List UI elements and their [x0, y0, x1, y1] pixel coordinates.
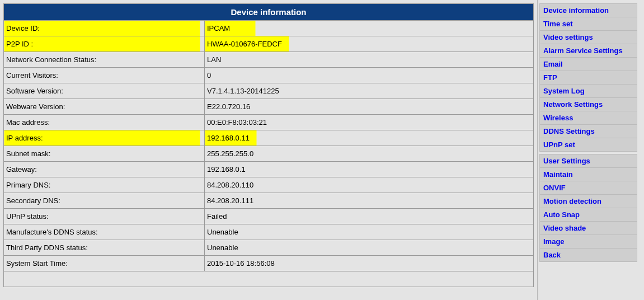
device-info-table: Device information Device ID:IPCAMP2P ID…	[3, 3, 534, 287]
table-row: Gateway:192.168.0.1	[4, 162, 534, 177]
row-value: 0	[205, 68, 534, 83]
row-label: UPnP status:	[4, 209, 205, 224]
sidebar-link-onvif[interactable]: ONVIF	[540, 181, 637, 195]
table-row: Current Visitors:0	[4, 68, 534, 83]
row-label: P2P ID :	[4, 36, 205, 52]
table-row: Mac address:00:E0:F8:03:03:21	[4, 115, 534, 130]
sidebar-link-image[interactable]: Image	[540, 235, 637, 249]
sidebar-link-back[interactable]: Back	[540, 249, 637, 262]
row-label: Current Visitors:	[4, 68, 205, 83]
table-row: P2P ID :HWAA-010676-FEDCF	[4, 36, 534, 52]
row-value: Unenable	[205, 240, 534, 256]
row-value: 00:E0:F8:03:03:21	[205, 115, 534, 130]
sidebar-link-video-settings[interactable]: Video settings	[540, 31, 637, 44]
table-row: Secondary DNS:84.208.20.111	[4, 193, 534, 209]
sidebar-link-system-log[interactable]: System Log	[540, 85, 637, 98]
sidebar-link-maintain[interactable]: Maintain	[540, 168, 637, 181]
row-label: Software Version:	[4, 83, 205, 99]
row-value: Failed	[205, 209, 534, 224]
table-row: Subnet mask:255.255.255.0	[4, 146, 534, 162]
sidebar-link-user-settings[interactable]: User Settings	[540, 154, 637, 168]
sidebar-link-alarm-service-settings[interactable]: Alarm Service Settings	[540, 44, 637, 58]
table-row: Network Connection Status:LAN	[4, 52, 534, 68]
row-label: IP address:	[4, 130, 205, 146]
sidebar-link-motion-detection[interactable]: Motion detection	[540, 195, 637, 208]
row-label: Manufacture's DDNS status:	[4, 224, 205, 240]
table-row: Device ID:IPCAM	[4, 21, 534, 36]
table-row: Third Party DDNS status:Unenable	[4, 240, 534, 256]
sidebar-group-1: Device informationTime setVideo settings…	[539, 3, 637, 152]
sidebar-group-2: User SettingsMaintainONVIFMotion detecti…	[539, 154, 637, 262]
row-label: System Start Time:	[4, 256, 205, 271]
sidebar-link-device-information[interactable]: Device information	[540, 4, 637, 17]
row-value: 84.208.20.111	[205, 193, 534, 209]
row-label: Gateway:	[4, 162, 205, 177]
table-row: Primary DNS:84.208.20.110	[4, 177, 534, 193]
table-row: Manufacture's DDNS status:Unenable	[4, 224, 534, 240]
sidebar-link-ddns-settings[interactable]: DDNS Settings	[540, 125, 637, 138]
row-label: Primary DNS:	[4, 177, 205, 193]
row-value: HWAA-010676-FEDCF	[205, 36, 534, 52]
row-label: Third Party DDNS status:	[4, 240, 205, 256]
row-value: 255.255.255.0	[205, 146, 534, 162]
row-label: Subnet mask:	[4, 146, 205, 162]
row-label: Secondary DNS:	[4, 193, 205, 209]
sidebar-link-ftp[interactable]: FTP	[540, 71, 637, 85]
sidebar: Device informationTime setVideo settings…	[537, 0, 640, 300]
table-row: IP address:192.168.0.11	[4, 130, 534, 146]
table-title: Device information	[4, 4, 534, 21]
sidebar-link-upnp-set[interactable]: UPnP set	[540, 138, 637, 152]
row-label: Network Connection Status:	[4, 52, 205, 68]
table-row: System Start Time:2015-10-16 18:56:08	[4, 256, 534, 271]
row-label: Webware Version:	[4, 99, 205, 115]
sidebar-link-network-settings[interactable]: Network Settings	[540, 98, 637, 111]
table-row: Webware Version:E22.0.720.16	[4, 99, 534, 115]
row-label: Device ID:	[4, 21, 205, 36]
row-value: 84.208.20.110	[205, 177, 534, 193]
row-value: E22.0.720.16	[205, 99, 534, 115]
row-value: IPCAM	[205, 21, 534, 36]
table-row: Software Version:V7.1.4.1.13-20141225	[4, 83, 534, 99]
sidebar-link-auto-snap[interactable]: Auto Snap	[540, 208, 637, 222]
row-value: V7.1.4.1.13-20141225	[205, 83, 534, 99]
row-value: 192.168.0.11	[205, 130, 534, 146]
sidebar-link-wireless[interactable]: Wireless	[540, 111, 637, 125]
row-value: Unenable	[205, 224, 534, 240]
row-value: LAN	[205, 52, 534, 68]
blank-row	[4, 271, 534, 287]
sidebar-link-video-shade[interactable]: Video shade	[540, 222, 637, 235]
table-row: UPnP status:Failed	[4, 209, 534, 224]
main-content: Device information Device ID:IPCAMP2P ID…	[0, 0, 537, 290]
sidebar-link-time-set[interactable]: Time set	[540, 17, 637, 31]
row-value: 2015-10-16 18:56:08	[205, 256, 534, 271]
row-label: Mac address:	[4, 115, 205, 130]
row-value: 192.168.0.1	[205, 162, 534, 177]
sidebar-link-email[interactable]: Email	[540, 58, 637, 71]
